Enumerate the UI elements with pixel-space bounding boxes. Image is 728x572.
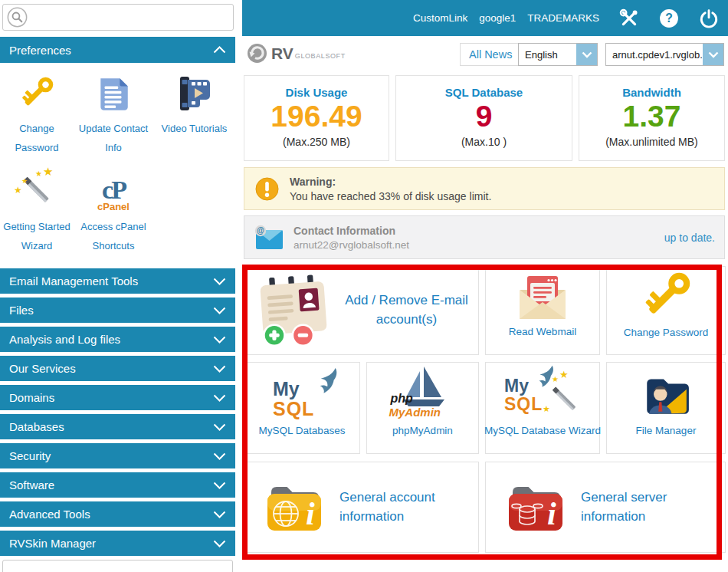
- cpanel-icon: cP cPanel: [97, 167, 130, 212]
- app-label: File Manager: [636, 425, 697, 436]
- preferences-label: Preferences: [9, 44, 71, 57]
- topbar-link-trademarks[interactable]: TRADEMARKS: [527, 12, 599, 24]
- language-select[interactable]: English: [518, 43, 598, 66]
- app-mysql-wizard[interactable]: My SQL ★ ★ ★ MySQL Database Wizard: [485, 362, 600, 454]
- sidebar-item-security[interactable]: Security: [0, 443, 235, 468]
- shortcut-video-tutorials[interactable]: Video Tutorials: [153, 69, 235, 158]
- stat-value: 9: [396, 100, 572, 133]
- app-label: MySQL Database Wizard: [484, 425, 601, 436]
- language-selected-value: English: [519, 49, 576, 61]
- mysql-text-my: My: [273, 380, 300, 399]
- stat-disk-usage: Disk Usage 196.49 (Max.250 MB): [244, 75, 389, 161]
- app-add-remove-email[interactable]: Add / Remove E-mail account(s): [244, 266, 479, 355]
- shortcut-label: Access cPanel Shortcuts: [74, 217, 153, 256]
- film-icon: [175, 69, 215, 113]
- menu-label: Email Management Tools: [9, 274, 138, 288]
- webmail-icon: [515, 267, 570, 326]
- search-input[interactable]: [32, 5, 233, 30]
- sidebar-item-advanced-tools[interactable]: Advanced Tools: [0, 501, 235, 527]
- mail-at-icon: @: [254, 225, 284, 251]
- app-label: Change Password: [624, 327, 708, 338]
- stat-value: 196.49: [244, 100, 389, 133]
- stat-caption: (Max.unlimited MB): [579, 136, 724, 148]
- menu-label: Files: [9, 304, 34, 317]
- document-icon: [96, 69, 131, 113]
- rv-logo-icon: [247, 43, 267, 64]
- chevron-down-icon: [213, 482, 226, 489]
- app-label: Read Webmail: [509, 326, 576, 337]
- tools-icon[interactable]: [619, 8, 639, 28]
- sidebar-section-preferences[interactable]: Preferences: [0, 37, 235, 63]
- stat-caption: (Max.10 ): [396, 136, 572, 148]
- sidebar-item-software[interactable]: Software: [0, 472, 235, 498]
- sidebar-item-databases[interactable]: Databases: [0, 414, 235, 439]
- sidebar-item-domains[interactable]: Domains: [0, 385, 235, 410]
- menu-label: Databases: [9, 420, 64, 433]
- shortcut-label: Getting Started Wizard: [0, 217, 74, 256]
- myadmin-text: MyAdmin: [389, 406, 441, 418]
- power-icon[interactable]: [699, 8, 719, 28]
- mysql-text-sql: SQL: [273, 399, 314, 419]
- search-icon: [7, 7, 28, 28]
- warning-title: Warning:: [290, 176, 491, 188]
- sidebar-item-analysis-logs[interactable]: Analysis and Log files: [0, 327, 235, 352]
- account-select[interactable]: arnut.cpdev1.rvglob...: [605, 43, 724, 66]
- stat-caption: (Max.250 MB): [244, 136, 389, 148]
- up-to-date-link[interactable]: up to date.: [664, 232, 715, 244]
- chevron-down-icon: [213, 278, 226, 285]
- rv-globalsoft-logo[interactable]: RV GLOBALSOFT: [247, 43, 346, 64]
- mysql-wizard-icon: My SQL ★ ★ ★: [497, 363, 589, 425]
- contact-email: arnut22@rvglobalsoft.net: [293, 239, 409, 251]
- phpmyadmin-logo-icon: php MyAdmin: [388, 363, 458, 425]
- menu-label: Security: [9, 449, 51, 462]
- app-change-password[interactable]: Change Password: [606, 266, 726, 355]
- app-phpmyadmin[interactable]: php MyAdmin phpMyAdmin: [366, 362, 479, 454]
- stat-bandwidth: Bandwidth 1.37 (Max.unlimited MB): [579, 75, 725, 161]
- menu-label: Domains: [9, 391, 54, 404]
- app-file-manager[interactable]: File Manager: [606, 362, 726, 454]
- file-manager-icon: [641, 363, 691, 425]
- shortcut-change-password[interactable]: Change Password: [0, 69, 74, 158]
- sidebar-item-email-management[interactable]: Email Management Tools: [0, 268, 235, 294]
- sidebar-item-our-services[interactable]: Our Services: [0, 356, 235, 381]
- topbar-link-google1[interactable]: google1: [479, 12, 516, 24]
- shortcut-getting-started-wizard[interactable]: ★ ★ ★ ★ Getting Started Wizard: [0, 167, 74, 256]
- help-icon[interactable]: ?: [659, 8, 679, 28]
- stat-sql-database: SQL Database 9 (Max.10 ): [395, 75, 572, 161]
- app-read-webmail[interactable]: Read Webmail: [485, 266, 600, 355]
- menu-label: Advanced Tools: [9, 508, 90, 521]
- sidebar-menu: Email Management Tools Files Analysis an…: [0, 268, 235, 560]
- mysql-text-my: My: [504, 377, 529, 395]
- server-info-folder-icon: i: [501, 475, 569, 540]
- account-selected-value: arnut.cpdev1.rvglob...: [606, 49, 703, 61]
- app-label: phpMyAdmin: [392, 425, 453, 436]
- topbar-link-customlink[interactable]: CustomLink: [413, 12, 467, 24]
- chevron-down-icon: [213, 423, 226, 431]
- shortcut-label: Change Password: [0, 119, 74, 158]
- warning-message: You have reached 33% of disk usage limit…: [290, 190, 491, 202]
- chevron-down-icon: [213, 394, 226, 402]
- cpanel-monogram: cP: [102, 177, 125, 203]
- svg-text:i: i: [306, 496, 315, 531]
- chevron-down-icon: [576, 44, 597, 65]
- sidebar-panel-empty: [2, 560, 233, 572]
- php-text: php: [391, 393, 413, 405]
- app-mysql-databases[interactable]: My SQL MySQL Databases: [244, 362, 360, 454]
- app-general-server-info[interactable]: i General server information: [485, 462, 726, 553]
- chevron-down-icon: [213, 452, 226, 460]
- stat-title: SQL Database: [396, 86, 572, 99]
- sidebar-item-rvskin-manager[interactable]: RVSkin Manager: [0, 531, 235, 556]
- sidebar-item-files[interactable]: Files: [0, 298, 235, 323]
- chevron-down-icon: [213, 540, 226, 547]
- shortcut-label: Update Contact Info: [74, 119, 153, 158]
- app-label: General account information: [327, 488, 478, 526]
- app-label: Add / Remove E-mail account(s): [335, 291, 478, 329]
- search-box[interactable]: [2, 4, 234, 31]
- all-news-button[interactable]: All News: [460, 43, 521, 66]
- logo-text-globalsoft: GLOBALSOFT: [295, 52, 346, 60]
- app-general-account-info[interactable]: i General account information: [244, 462, 479, 553]
- shortcut-update-contact-info[interactable]: Update Contact Info: [74, 69, 153, 158]
- stat-value: 1.37: [579, 100, 724, 133]
- menu-label: Analysis and Log files: [9, 333, 120, 346]
- shortcut-access-cpanel[interactable]: cP cPanel Access cPanel Shortcuts: [74, 167, 153, 256]
